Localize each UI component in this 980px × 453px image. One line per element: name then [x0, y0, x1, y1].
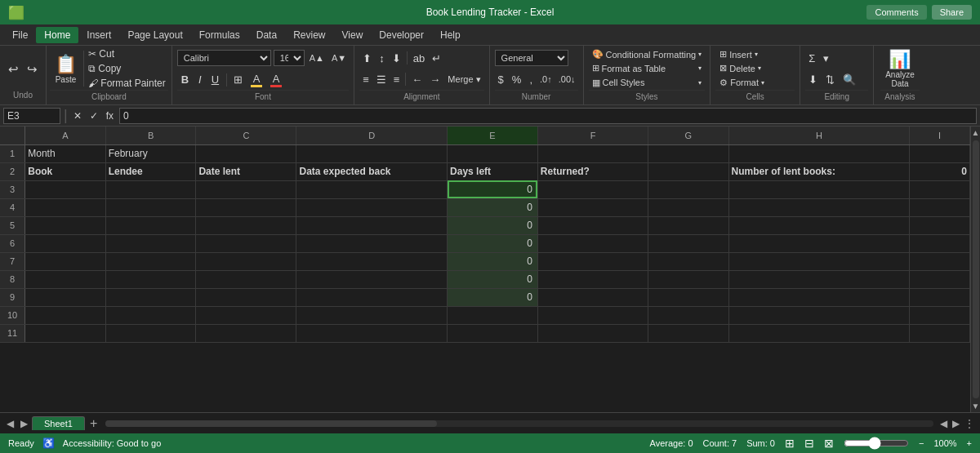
cell-E3[interactable]: 0 — [448, 180, 538, 198]
cell-C2[interactable]: Date lent — [196, 162, 296, 180]
zoom-out-button[interactable]: − — [919, 438, 924, 448]
analyze-data-button[interactable]: 📊 Analyze Data — [880, 47, 920, 90]
cell-F3[interactable] — [537, 180, 648, 198]
insert-cells-button[interactable]: ⊞ Insert ▾ — [715, 47, 795, 61]
cell-B2[interactable]: Lendee — [105, 162, 196, 180]
cell-E2[interactable]: Days left — [448, 162, 538, 180]
cell-I9[interactable] — [910, 288, 970, 306]
scroll-thumb[interactable] — [973, 140, 979, 398]
zoom-slider[interactable] — [844, 437, 909, 450]
share-button[interactable]: Share — [932, 5, 972, 20]
cell-F5[interactable] — [537, 216, 648, 234]
menu-file[interactable]: File — [4, 27, 36, 43]
menu-developer[interactable]: Developer — [371, 27, 432, 43]
menu-data[interactable]: Data — [248, 27, 285, 43]
cell-reference-box[interactable] — [3, 108, 60, 124]
menu-formulas[interactable]: Formulas — [191, 27, 248, 43]
undo-button[interactable]: ↩ — [5, 60, 22, 78]
cell-I6[interactable] — [910, 234, 970, 252]
cell-D4[interactable] — [296, 198, 448, 216]
merge-center-button[interactable]: Merge ▾ — [444, 73, 483, 87]
sum-button[interactable]: Σ — [805, 51, 818, 66]
col-header-b[interactable]: B — [105, 127, 196, 144]
decrease-indent-button[interactable]: ← — [408, 72, 425, 87]
middle-align-button[interactable]: ↕ — [376, 51, 388, 66]
sort-button[interactable]: ⇅ — [822, 72, 838, 87]
cell-F2[interactable]: Returned? — [537, 162, 648, 180]
row-number-1[interactable]: 1 — [0, 144, 25, 162]
cell-C5[interactable] — [196, 216, 296, 234]
row-number-5[interactable]: 5 — [0, 216, 25, 234]
cell-H10[interactable] — [728, 306, 910, 324]
cell-D9[interactable] — [296, 288, 448, 306]
row-number-6[interactable]: 6 — [0, 234, 25, 252]
center-align-button[interactable]: ☰ — [373, 72, 390, 87]
cell-C11[interactable] — [196, 324, 296, 342]
find-button[interactable]: 🔍 — [840, 72, 859, 87]
cell-C10[interactable] — [196, 306, 296, 324]
cell-G11[interactable] — [648, 324, 728, 342]
row-number-4[interactable]: 4 — [0, 198, 25, 216]
menu-view[interactable]: View — [334, 27, 372, 43]
cell-E5[interactable]: 0 — [448, 216, 538, 234]
row-number-7[interactable]: 7 — [0, 252, 25, 270]
cell-C8[interactable] — [196, 270, 296, 288]
cell-E7[interactable]: 0 — [448, 252, 538, 270]
cell-A6[interactable] — [25, 234, 105, 252]
cell-H3[interactable] — [728, 180, 910, 198]
cell-A3[interactable] — [25, 180, 105, 198]
cell-D10[interactable] — [296, 306, 448, 324]
col-header-e[interactable]: E — [448, 127, 538, 144]
delete-cells-button[interactable]: ⊠ Delete ▾ — [715, 61, 795, 75]
increase-indent-button[interactable]: → — [426, 72, 443, 87]
right-align-button[interactable]: ≡ — [390, 72, 403, 87]
cell-G5[interactable] — [648, 216, 728, 234]
cell-H11[interactable] — [728, 324, 910, 342]
formula-input[interactable] — [119, 108, 977, 124]
grid-scroll-area[interactable]: A B C D E F G H I 1MonthFebruary2BookLen… — [0, 127, 970, 412]
top-align-button[interactable]: ⬆ — [359, 51, 375, 66]
cell-D8[interactable] — [296, 270, 448, 288]
cell-I7[interactable] — [910, 252, 970, 270]
left-align-button[interactable]: ≡ — [359, 72, 372, 87]
cell-A11[interactable] — [25, 324, 105, 342]
cell-styles-button[interactable]: ▦ Cell Styles ▾ — [589, 76, 706, 90]
menu-review[interactable]: Review — [285, 27, 333, 43]
menu-home[interactable]: Home — [36, 27, 78, 43]
cell-G3[interactable] — [648, 180, 728, 198]
add-sheet-button[interactable]: + — [87, 416, 100, 431]
menu-insert[interactable]: Insert — [78, 27, 119, 43]
bottom-align-button[interactable]: ⬇ — [389, 51, 404, 66]
cell-E1[interactable] — [448, 144, 538, 162]
row-number-9[interactable]: 9 — [0, 288, 25, 306]
col-header-c[interactable]: C — [196, 127, 296, 144]
cell-H9[interactable] — [728, 288, 910, 306]
cell-B1[interactable]: February — [105, 144, 196, 162]
cell-D5[interactable] — [296, 216, 448, 234]
h-scroll-right-button[interactable]: ▶ — [951, 418, 961, 429]
cell-E10[interactable] — [448, 306, 538, 324]
decrease-decimal-button[interactable]: .00↓ — [556, 73, 578, 86]
paste-button[interactable]: 📋 Paste — [50, 47, 82, 90]
formula-cancel-button[interactable]: ✕ — [71, 110, 84, 122]
increase-font-button[interactable]: A▲ — [307, 52, 327, 64]
cell-H1[interactable] — [728, 144, 910, 162]
sheet-options-button[interactable]: ⋮ — [963, 418, 976, 429]
fill-color-button[interactable]: A — [247, 72, 265, 88]
row-number-11[interactable]: 11 — [0, 324, 25, 342]
cell-B6[interactable] — [105, 234, 196, 252]
cell-B4[interactable] — [105, 198, 196, 216]
row-number-10[interactable]: 10 — [0, 306, 25, 324]
percent-button[interactable]: % — [509, 72, 525, 87]
cell-G7[interactable] — [648, 252, 728, 270]
row-number-8[interactable]: 8 — [0, 270, 25, 288]
cell-C9[interactable] — [196, 288, 296, 306]
cell-C6[interactable] — [196, 234, 296, 252]
cell-E6[interactable]: 0 — [448, 234, 538, 252]
format-cells-button[interactable]: ⚙ Format ▾ — [715, 76, 795, 90]
scroll-down-button[interactable]: ▼ — [970, 400, 980, 412]
cell-I3[interactable] — [910, 180, 970, 198]
h-scroll-left-button[interactable]: ◀ — [938, 418, 949, 429]
cell-G10[interactable] — [648, 306, 728, 324]
cell-D3[interactable] — [296, 180, 448, 198]
